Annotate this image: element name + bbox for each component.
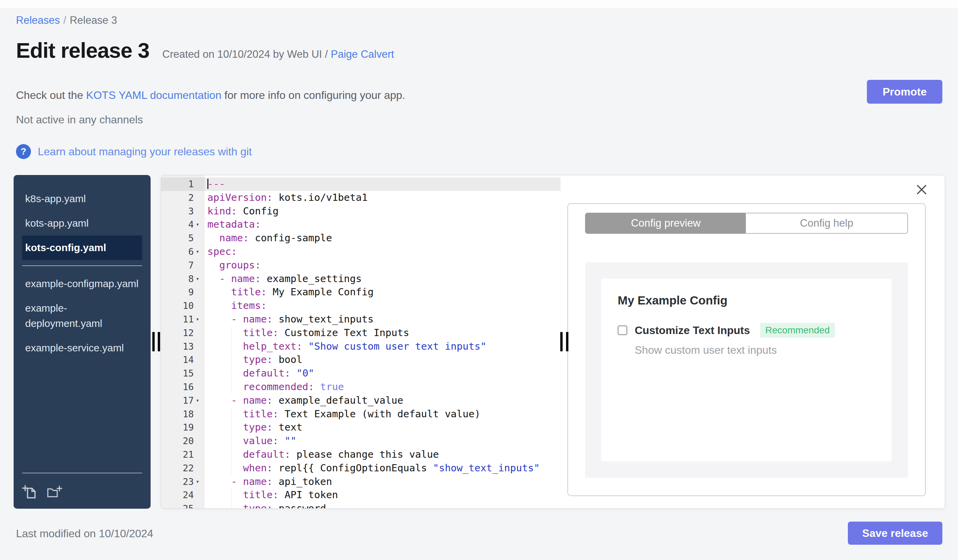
code-line-content[interactable]: kind: Config	[205, 204, 561, 218]
preview-card: Config previewConfig help My Example Con…	[568, 203, 926, 496]
code-line[interactable]: 17▾ - name: example_default_value	[161, 394, 561, 407]
fold-arrow-icon[interactable]: ▾	[194, 475, 205, 489]
code-line[interactable]: 20 value: ""	[161, 434, 561, 448]
code-line[interactable]: 14 type: bool	[161, 353, 561, 367]
line-number: 10	[161, 299, 194, 313]
fold-spacer	[194, 380, 205, 394]
code-line-content[interactable]: title: My Example Config	[205, 285, 561, 299]
code-line-content[interactable]: metadata:	[205, 218, 561, 231]
config-item-help: Show custom user text inputs	[635, 344, 876, 356]
code-line-content[interactable]: recommended: true	[205, 380, 561, 394]
code-line[interactable]: 9 title: My Example Config	[161, 285, 561, 299]
code-line-content[interactable]: help_text: "Show custom user text inputs…	[205, 340, 561, 353]
code-line-content[interactable]: default: please change this value	[205, 448, 561, 462]
sidebar-divider	[22, 266, 142, 266]
file-item-kots-config.yaml[interactable]: kots-config.yaml	[22, 236, 142, 260]
gutter-cell: 4▾	[161, 218, 205, 231]
fold-arrow-icon[interactable]: ▾	[194, 245, 205, 259]
code-line[interactable]: 16 recommended: true	[161, 380, 561, 394]
code-line[interactable]: 13 help_text: "Show custom user text inp…	[161, 340, 561, 353]
code-line-content[interactable]: value: ""	[205, 434, 561, 448]
fold-spacer	[194, 434, 205, 448]
code-line-content[interactable]: default: "0"	[205, 367, 561, 380]
customize-text-inputs-checkbox[interactable]	[618, 326, 627, 335]
code-line-content[interactable]: title: Text Example (with default value)	[205, 407, 561, 421]
code-line[interactable]: 3kind: Config	[161, 204, 561, 218]
code-line-content[interactable]: - name: example_settings	[205, 272, 561, 286]
code-line[interactable]: 2apiVersion: kots.io/v1beta1	[161, 191, 561, 204]
line-number: 3	[161, 204, 194, 218]
code-line[interactable]: 4▾metadata:	[161, 218, 561, 231]
code-line-content[interactable]: name: config-sample	[205, 231, 561, 245]
yaml-code-editor[interactable]: 1---2apiVersion: kots.io/v1beta13kind: C…	[161, 176, 561, 508]
code-line[interactable]: 15 default: "0"	[161, 367, 561, 380]
code-line-content[interactable]: type: bool	[205, 353, 561, 367]
fold-arrow-icon[interactable]: ▾	[194, 394, 205, 407]
docs-line-before: Check out the	[16, 89, 86, 101]
file-item-kots-app.yaml[interactable]: kots-app.yaml	[22, 211, 142, 236]
file-item-k8s-app.yaml[interactable]: k8s-app.yaml	[22, 187, 142, 211]
file-item-example-configmap.yaml[interactable]: example-configmap.yaml	[22, 272, 142, 296]
git-releases-link[interactable]: Learn about managing your releases with …	[38, 146, 252, 158]
code-line-content[interactable]: items:	[205, 299, 561, 313]
sidebar-resize-handle-bar[interactable]	[152, 332, 155, 351]
code-line[interactable]: 8▾ - name: example_settings	[161, 272, 561, 286]
gutter-cell: 21	[161, 448, 205, 462]
code-line[interactable]: 18 title: Text Example (with default val…	[161, 407, 561, 421]
new-file-icon[interactable]	[22, 484, 38, 500]
code-line[interactable]: 11▾ - name: show_text_inputs	[161, 313, 561, 326]
author-link[interactable]: Paige Calvert	[331, 48, 394, 60]
code-line[interactable]: 21 default: please change this value	[161, 448, 561, 462]
code-line-content[interactable]: - name: show_text_inputs	[205, 313, 561, 326]
kots-yaml-docs-link[interactable]: KOTS YAML documentation	[86, 89, 221, 101]
code-line[interactable]: 23▾ - name: api_token	[161, 475, 561, 489]
breadcrumb: Releases/Release 3	[16, 14, 117, 27]
gutter-cell: 9	[161, 285, 205, 299]
line-number: 17	[161, 394, 194, 407]
close-icon[interactable]	[915, 183, 928, 196]
tab-config-preview[interactable]: Config preview	[585, 213, 747, 234]
file-item-example-deployment.yaml[interactable]: example-deployment.yaml	[22, 296, 142, 336]
code-line-content[interactable]: title: API token	[205, 488, 561, 502]
code-line-content[interactable]: type: password	[205, 502, 561, 508]
line-number: 2	[161, 191, 194, 204]
save-release-button[interactable]: Save release	[848, 522, 942, 545]
code-line-content[interactable]: apiVersion: kots.io/v1beta1	[205, 191, 561, 204]
code-line-content[interactable]: title: Customize Text Inputs	[205, 326, 561, 340]
new-folder-icon[interactable]	[47, 484, 62, 500]
fold-arrow-icon[interactable]: ▾	[194, 272, 205, 286]
code-line-content[interactable]: ---	[205, 177, 561, 191]
sidebar-resize-handle-bar[interactable]	[158, 332, 160, 351]
code-line[interactable]: 1---	[161, 177, 561, 191]
fold-spacer	[194, 421, 205, 434]
code-line-content[interactable]: - name: api_token	[205, 475, 561, 489]
gutter-cell: 23▾	[161, 475, 205, 489]
code-line-content[interactable]: type: text	[205, 421, 561, 434]
pane-resize-handle-bar[interactable]	[566, 332, 568, 351]
breadcrumb-current: Release 3	[70, 14, 117, 26]
code-line[interactable]: 5 name: config-sample	[161, 231, 561, 245]
code-line-content[interactable]: - name: example_default_value	[205, 394, 561, 407]
code-line-content[interactable]: spec:	[205, 245, 561, 259]
fold-arrow-icon[interactable]: ▾	[194, 313, 205, 326]
tab-config-help[interactable]: Config help	[746, 214, 907, 233]
code-line[interactable]: 12 title: Customize Text Inputs	[161, 326, 561, 340]
fold-spacer	[194, 177, 205, 191]
code-line[interactable]: 6▾spec:	[161, 245, 561, 259]
file-item-example-service.yaml[interactable]: example-service.yaml	[22, 336, 142, 360]
gutter-cell: 5	[161, 231, 205, 245]
code-line-content[interactable]: groups:	[205, 259, 561, 272]
code-line[interactable]: 24 title: API token	[161, 488, 561, 502]
code-line[interactable]: 25 type: password	[161, 502, 561, 508]
code-line[interactable]: 7 groups:	[161, 259, 561, 272]
gutter-cell: 17▾	[161, 394, 205, 407]
code-line[interactable]: 10 items:	[161, 299, 561, 313]
code-line[interactable]: 19 type: text	[161, 421, 561, 434]
code-line[interactable]: 22 when: repl{{ ConfigOptionEquals "show…	[161, 462, 561, 475]
breadcrumb-releases-link[interactable]: Releases	[16, 14, 60, 26]
pane-resize-handle-bar[interactable]	[560, 332, 563, 351]
fold-arrow-icon[interactable]: ▾	[194, 218, 205, 231]
fold-spacer	[194, 259, 205, 272]
code-line-content[interactable]: when: repl{{ ConfigOptionEquals "show_te…	[205, 462, 561, 475]
promote-button[interactable]: Promote	[867, 80, 942, 104]
